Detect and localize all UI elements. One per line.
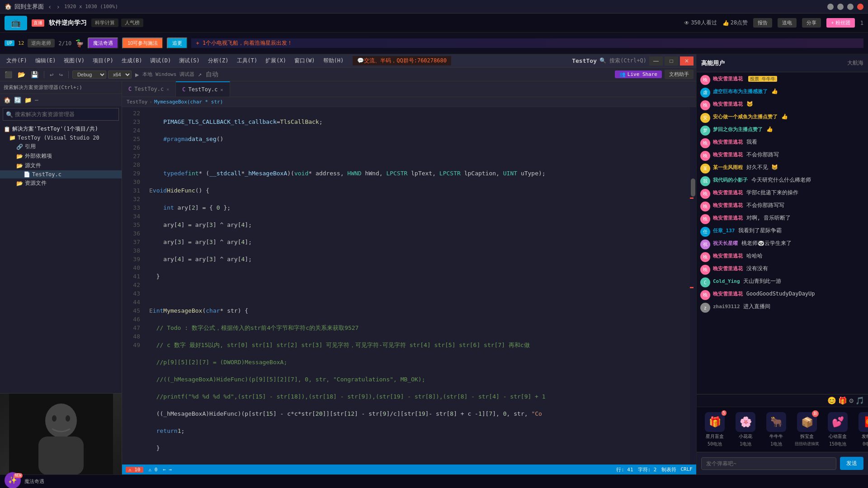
vs-close[interactable]: ✕: [680, 56, 693, 66]
nav-forward[interactable]: ›: [55, 3, 61, 10]
tab1-icon: C: [128, 86, 132, 92]
msg-content-16: 晚安雪里逃花 没有没有: [713, 265, 864, 272]
tree-external-deps[interactable]: 📂 外部依赖项: [0, 151, 122, 161]
statusbar: ⚠ 10 ⚠ 0 ← → 行: 41 字符: 2 制表符 CRLF: [122, 465, 696, 474]
toolbar-auto[interactable]: ↗ 自动: [196, 70, 220, 80]
coin-btn[interactable]: 送电: [778, 18, 797, 28]
magic-btn[interactable]: 魔法奇遇: [88, 38, 118, 49]
toolbar-new[interactable]: ⬛: [3, 70, 14, 79]
avatar-4: 安: [700, 113, 710, 123]
tab1-close[interactable]: ✕: [166, 87, 169, 92]
sidebar-search[interactable]: 🔍: [3, 108, 119, 121]
sidebar-collapse[interactable]: 📁: [24, 96, 33, 104]
chat-input[interactable]: [701, 457, 836, 470]
menu-debug[interactable]: 调试(D): [146, 56, 175, 66]
gift-6[interactable]: 🧧 发红包 0电池: [855, 412, 868, 447]
page-nav: 2/10: [58, 40, 71, 47]
menu-file[interactable]: 文件(F): [3, 56, 31, 66]
chat-emoji-btn[interactable]: 😊: [827, 396, 836, 405]
avatar-15: 晚: [700, 252, 710, 262]
statusbar-nav-prev[interactable]: ← →: [163, 467, 172, 473]
msg-text-11: 不会你那路写写: [746, 202, 784, 208]
tree-testtoy-c[interactable]: 📄 TestToy.c: [0, 170, 122, 178]
tab2-close[interactable]: ✕: [221, 87, 223, 92]
menu-tools[interactable]: 工具(T): [233, 56, 261, 66]
toolbar-redo[interactable]: ↪: [57, 70, 64, 79]
chat-settings-btn[interactable]: ⚙️: [849, 396, 854, 405]
scrollbar-thumb[interactable]: [691, 178, 695, 197]
tree-resource-files[interactable]: 📂 资源文件: [0, 178, 122, 188]
msg-content-15: 晚安雪里逃花 哈哈哈: [713, 252, 864, 260]
editor-tab-2[interactable]: C TestToy.c ✕: [176, 81, 230, 97]
vs-search[interactable]: 🔍 搜索(Ctrl+Q): [599, 57, 646, 65]
pin-button[interactable]: 📌: [827, 4, 834, 10]
tag-science[interactable]: 科学计算: [91, 19, 118, 27]
menu-extension[interactable]: 扩展(X): [262, 56, 290, 66]
live-share-btn[interactable]: 👥 Live Share: [615, 70, 662, 78]
editor-tab-1[interactable]: C TestToy.c ✕: [122, 81, 176, 97]
platform-select[interactable]: x64 x86: [108, 70, 132, 79]
toolbar-start[interactable]: ▶: [133, 70, 141, 79]
fan-btn[interactable]: + 粉丝团: [826, 18, 854, 28]
scrollbar[interactable]: [690, 107, 696, 465]
gift-4[interactable]: 📦 新 拆宝盒 扭扭幼进抽奖: [793, 412, 821, 447]
tree-project[interactable]: 📁 TestToy (Visual Studio 20: [0, 134, 122, 142]
content-row: UP 12 逆向老师 2/10 🦆 魔法奇遇 10可参与施法 追更 ✈️ 1个小…: [0, 33, 868, 54]
tag-popular[interactable]: 人气榜: [121, 19, 143, 27]
config-select[interactable]: Debug Release: [72, 70, 106, 79]
menu-analyze[interactable]: 分析(Z): [204, 56, 232, 66]
code-content[interactable]: PIMAGE_TLS_CALLBACK _tls_callback = TlsC…: [144, 107, 690, 465]
gift-2[interactable]: 🌸 小花花 1电池: [732, 412, 759, 447]
send-button[interactable]: 发送: [840, 457, 863, 470]
close-button[interactable]: ✕: [857, 4, 863, 10]
vs-maximize[interactable]: □: [665, 56, 678, 66]
share-btn[interactable]: 分享: [802, 18, 821, 28]
tree-solution[interactable]: 📋 解决方案'TestToy'(1个项目/共): [0, 124, 122, 134]
tree-source-files[interactable]: 📂 源文件: [0, 161, 122, 170]
menu-view[interactable]: 视图(V): [60, 56, 88, 66]
minimize-button[interactable]: —: [837, 4, 844, 10]
chat-input-area: 发送: [697, 452, 868, 474]
direction-btn[interactable]: 逆向老师: [28, 39, 55, 47]
avatar-13: 任: [700, 227, 710, 237]
report-btn[interactable]: 报告: [753, 18, 772, 28]
chat-messages[interactable]: 晚 晚安雪里逃花 投票 牛牛牛 虚 虚空巨布布为主播感激了 👍 晚 晚安雪里逃花…: [697, 72, 868, 394]
toolbar-open[interactable]: 📂: [16, 70, 27, 79]
menu-window[interactable]: 窗口(W): [291, 56, 319, 66]
sidebar-refresh[interactable]: 🔄: [13, 96, 22, 104]
ten-coins-btn[interactable]: 10可参与施法: [122, 38, 163, 49]
code-area[interactable]: 22 23 24 25 26 27 28 29 30 31 32 33: [122, 107, 696, 465]
maximize-button[interactable]: □: [847, 4, 854, 10]
vs-minimize[interactable]: —: [649, 56, 663, 66]
doc-btn[interactable]: 文档助手: [665, 70, 693, 79]
menu-help[interactable]: 帮助(H): [320, 56, 348, 66]
gift-1[interactable]: 🎁 5 星月盲盒 50电池: [701, 412, 728, 447]
sidebar-home[interactable]: 🏠: [3, 96, 12, 104]
menu-project[interactable]: 项目(P): [89, 56, 117, 66]
nav-arrows[interactable]: ‹ ›: [47, 3, 61, 10]
follow-btn[interactable]: 追更: [167, 38, 188, 49]
svg-point-4: [66, 415, 70, 422]
nav-back[interactable]: ‹: [47, 3, 53, 10]
sidebar-search-input[interactable]: [15, 111, 116, 117]
menu-edit[interactable]: 编辑(E): [32, 56, 60, 66]
gift-3[interactable]: 🐂 牛牛牛 1电池: [763, 412, 790, 447]
toolbar-undo[interactable]: ↩: [48, 70, 55, 79]
chat-music-btn[interactable]: 🎵: [855, 396, 864, 405]
bili-tags: 科学计算 人气榜: [91, 19, 143, 27]
username-3: 晚安雪里逃花: [713, 101, 743, 107]
menu-test[interactable]: 测试(S): [175, 56, 203, 66]
menu-build[interactable]: 生成(B): [118, 56, 146, 66]
res-folder-icon: 📂: [16, 180, 23, 187]
toolbar-right: 👥 Live Share 文档助手: [615, 70, 693, 79]
chat-gift-btn[interactable]: 🎁: [838, 396, 847, 405]
username-19: zhai93112: [713, 304, 740, 310]
toolbar-save[interactable]: 💾: [29, 70, 40, 79]
sidebar-more[interactable]: ⋯: [34, 96, 39, 104]
error-count: 10: [134, 467, 140, 473]
chat-msg-12: 晚 晚安雪里逃花 对啊, 音乐听断了: [700, 214, 864, 224]
webcam-video: [9, 394, 113, 475]
gift-name-6: 发红包: [862, 433, 868, 440]
tree-references[interactable]: 🔗 引用: [0, 142, 122, 151]
gift-5[interactable]: 💕 心动盲盒 150电池: [824, 412, 851, 447]
